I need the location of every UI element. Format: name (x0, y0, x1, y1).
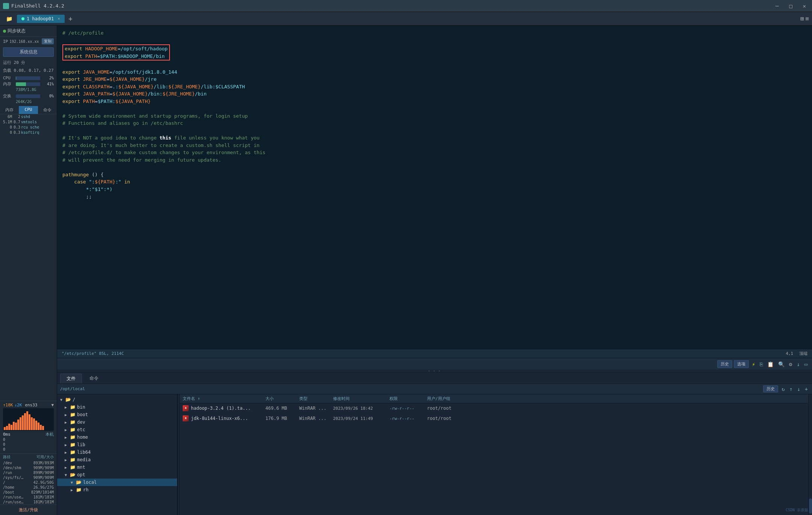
bottom-tab-commands[interactable]: 命令 (83, 374, 105, 383)
dir-name: dev (77, 420, 85, 425)
dir-name: opt (77, 472, 85, 477)
new-folder-icon[interactable]: + (804, 386, 809, 392)
download-file-icon[interactable]: ↓ (796, 386, 801, 392)
system-info-button[interactable]: 系统信息 (3, 47, 54, 57)
net-bar (22, 415, 24, 430)
net-bar (15, 423, 17, 430)
file-row[interactable]: R hadoop-3.2.4 (1).ta... 469.6 MB WinRAR… (180, 403, 808, 414)
cpu-bar (16, 76, 16, 80)
proc-cpu: 2 (12, 115, 21, 119)
dir-arrow: ▶ (65, 413, 68, 417)
dir-item-dev[interactable]: ▶ 📁 dev (57, 418, 177, 426)
net-bar (29, 414, 30, 430)
net-graph-bars (3, 408, 54, 431)
history-button[interactable]: 历史 (717, 360, 732, 368)
proc-tab-cmd[interactable]: 命令 (38, 106, 57, 114)
net-bar (11, 425, 12, 430)
dir-item-lib64[interactable]: ▶ 📁 lib64 (57, 448, 177, 456)
cpu-label: CPU (3, 76, 14, 80)
titlebar-left: FinalShell 4.2.4.2 (3, 3, 64, 9)
dir-name: boot (77, 412, 88, 417)
terminal-line: export JAVA_PATH=${JAVA_HOME}/bin:${JRE_… (62, 90, 807, 98)
header-perm[interactable]: 权限 (389, 396, 427, 401)
disk-row: /sys/fs/c... 909M/909M (0, 475, 57, 480)
tab-hadoop01[interactable]: 1 hadoop01 ✕ (17, 15, 65, 23)
file-history-button[interactable]: 历史 (763, 385, 778, 392)
folder-icon: 📁 (70, 457, 76, 462)
refresh-icon[interactable]: ↻ (780, 386, 786, 392)
bottom-panel: 文件 命令 /opt/local 历史 ↻ ↑ ↓ (57, 372, 812, 515)
download-icon[interactable]: ↓ (795, 361, 801, 367)
net-bar (31, 417, 33, 430)
scroll-position: 顶端 (799, 351, 807, 356)
header-size[interactable]: 大小 (265, 396, 299, 401)
dir-item-bin[interactable]: ▶ 📁 bin (57, 403, 177, 411)
terminal-output[interactable]: # /etc/profile export HADOOP_HOME=/opt/s… (57, 26, 812, 349)
dir-item-home[interactable]: ▶ 📁 home (57, 433, 177, 441)
options-button[interactable]: 选项 (734, 360, 749, 368)
proc-tab-mem[interactable]: 内存 (0, 106, 19, 114)
proc-mem: 0 (2, 130, 12, 135)
scrollbar-thumb[interactable] (809, 498, 812, 513)
dir-item-mnt[interactable]: ▶ 📁 mnt (57, 464, 177, 471)
search-icon[interactable]: 🔍 (777, 361, 786, 367)
paste-icon[interactable]: 📋 (766, 361, 775, 367)
dir-item-lib[interactable]: ▶ 📁 lib (57, 441, 177, 448)
lightning-icon[interactable]: ⚡ (750, 361, 756, 367)
folder-icon: 📁 (70, 465, 76, 470)
terminal-line: # Functions and aliases go in /etc/bashr… (62, 120, 807, 127)
cursor-position: 4,1 (786, 351, 793, 356)
folder-icon: 📁 (70, 427, 76, 432)
list-view-icon[interactable]: ≡ (805, 15, 809, 22)
grid-view-icon[interactable]: ⊞ (800, 15, 804, 22)
dir-item-etc[interactable]: ▶ 📁 etc (57, 426, 177, 433)
main-terminal-area: # /etc/profile export HADOOP_HOME=/opt/s… (57, 26, 812, 515)
file-name-cell: R jdk-8u144-linux-x6... (183, 415, 265, 421)
dir-arrow: ▼ (60, 398, 64, 402)
dir-item-rh[interactable]: ▶ 📁 rh (57, 486, 177, 494)
sync-label: 同步状态 (8, 28, 26, 34)
tab-close-button[interactable]: ✕ (58, 16, 60, 21)
bottom-tab-files[interactable]: 文件 (60, 374, 82, 383)
dir-arrow: ▶ (65, 443, 68, 447)
file-panel: /opt/local 历史 ↻ ↑ ↓ + (57, 384, 812, 515)
vertical-scrollbar[interactable] (808, 394, 812, 515)
header-name[interactable]: 文件名 ↑ (183, 396, 265, 401)
copy-icon[interactable]: ⎘ (758, 361, 764, 367)
maximize-button[interactable]: □ (786, 2, 795, 10)
sync-status: 同步状态 (0, 26, 57, 37)
dir-item-opt[interactable]: ▼ 📂 opt (57, 471, 177, 479)
new-tab-button[interactable]: + (66, 15, 75, 23)
close-button[interactable]: ✕ (800, 2, 809, 10)
dir-arrow: ▶ (71, 488, 74, 492)
copy-ip-button[interactable]: 复制 (42, 38, 54, 44)
dir-name: etc (77, 427, 85, 432)
dir-item-boot[interactable]: ▶ 📁 boot (57, 411, 177, 418)
folder-icon: 📁 (70, 442, 76, 447)
file-row[interactable]: R jdk-8u144-linux-x6... 176.9 MB WinRAR … (180, 414, 808, 424)
folder-icon: 📁 (70, 435, 76, 440)
dir-item-local[interactable]: ▼ 📂 local (57, 479, 177, 486)
header-date[interactable]: 修改时间 (333, 396, 389, 401)
header-user[interactable]: 用户/用户组 (427, 396, 465, 401)
terminal-line (62, 127, 807, 135)
dir-arrow: ▶ (65, 465, 68, 470)
net-bar (38, 423, 39, 430)
dir-name: local (83, 480, 97, 485)
upload-icon[interactable]: ↑ (788, 386, 794, 392)
proc-tab-cpu[interactable]: CPU (19, 106, 38, 114)
tab-bar: 📁 1 hadoop01 ✕ + ⊞ ≡ (0, 12, 812, 26)
settings-icon[interactable]: ⚙ (788, 361, 794, 367)
dir-arrow: ▶ (65, 405, 68, 409)
dir-item-media[interactable]: ▶ 📁 media (57, 456, 177, 464)
terminal-line: export PATH=$PATH:${JAVA_PATH} (62, 98, 807, 105)
minimize-button[interactable]: ─ (773, 2, 782, 10)
proc-cmd: ksoftirq (21, 130, 55, 135)
dir-item-root[interactable]: ▼ 📂 / (57, 396, 177, 403)
window-icon[interactable]: ▭ (803, 361, 809, 367)
activate-button[interactable]: 激活/升级 (0, 504, 57, 515)
metrics-section: CPU 2% 内存 41% 738M/1.8G 交换 (0, 74, 57, 106)
net-dropdown-icon[interactable]: ▼ (51, 403, 54, 407)
header-type[interactable]: 类型 (299, 396, 333, 401)
net-download: ↓2K (15, 403, 22, 407)
